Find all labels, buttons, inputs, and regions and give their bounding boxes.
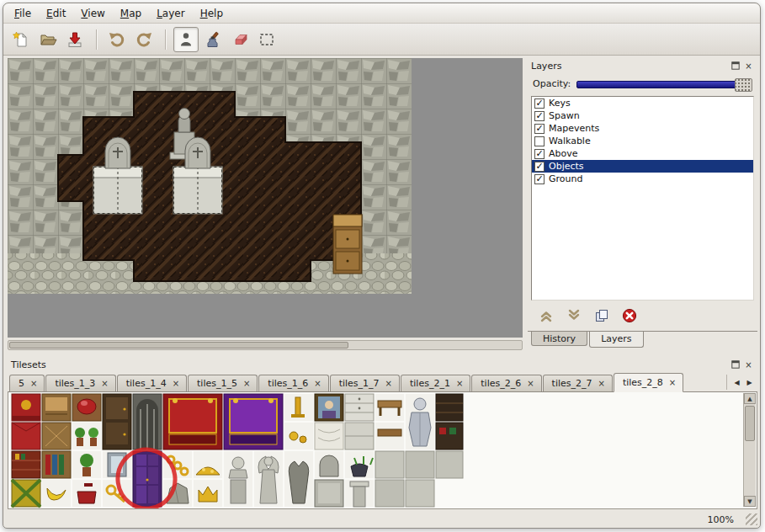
tile-cloth[interactable] (315, 423, 343, 450)
tile-potted-plants[interactable] (72, 423, 101, 450)
layer-row-spawn[interactable]: ✓Spawn (532, 109, 753, 122)
tile-vase[interactable] (345, 451, 374, 478)
layer-visibility-checkbox[interactable]: ✓ (534, 124, 545, 134)
fill-tool-button[interactable] (200, 27, 226, 52)
tab-close-icon[interactable]: × (527, 379, 534, 388)
tile-pillar[interactable] (345, 480, 374, 507)
tile-tomb-base[interactable] (315, 480, 343, 507)
tab-close-icon[interactable]: × (456, 379, 463, 388)
tileset-tab-5[interactable]: 5× (9, 375, 45, 391)
menu-help[interactable]: Help (193, 5, 231, 22)
tab-close-icon[interactable]: × (173, 379, 179, 388)
menu-view[interactable]: View (73, 5, 112, 22)
tileset-tab-tiles_1_5[interactable]: tiles_1_5× (188, 375, 258, 391)
tile-gargoyle[interactable] (284, 451, 313, 507)
scroll-tabs-left-icon[interactable]: ◀ (730, 375, 743, 390)
tile-dark-cabinet[interactable] (103, 394, 131, 450)
tile-gold-candlestick[interactable] (284, 394, 313, 421)
tile-red-cushion[interactable] (72, 394, 101, 421)
tile-red-banner[interactable] (12, 394, 40, 421)
scroll-tabs-right-icon[interactable]: ▶ (743, 375, 756, 390)
tile-angel-statue[interactable] (254, 451, 283, 507)
open-file-button[interactable] (35, 27, 61, 52)
tile-purple-door[interactable] (133, 451, 162, 507)
tab-close-icon[interactable]: × (243, 379, 250, 388)
layer-visibility-checkbox[interactable]: ✓ (534, 149, 545, 159)
new-file-button[interactable] (8, 27, 34, 52)
tile-stone-bust[interactable] (224, 451, 252, 507)
map-object-cabinet[interactable] (333, 215, 362, 274)
tile-red-bookshelf[interactable] (12, 451, 40, 478)
tileset-tab-tiles_1_3[interactable]: tiles_1_3× (45, 375, 115, 391)
tile-dark-shelf-2[interactable] (436, 423, 463, 450)
tileset-vertical-scrollbar[interactable]: ▲ ▼ (743, 393, 756, 507)
layer-visibility-checkbox[interactable] (534, 136, 545, 146)
layer-row-ground[interactable]: ✓Ground (532, 173, 753, 185)
save-button[interactable] (62, 27, 88, 52)
tile-portrait[interactable] (315, 394, 343, 421)
layer-row-objects[interactable]: ✓Objects (532, 160, 753, 173)
selection-tool-button[interactable] (254, 27, 279, 52)
tile-dark-shelf[interactable] (436, 394, 463, 421)
menu-file[interactable]: File (7, 5, 39, 22)
layer-visibility-checkbox[interactable]: ✓ (534, 162, 545, 172)
map-viewport[interactable] (8, 58, 523, 338)
delete-layer-button[interactable] (619, 306, 640, 326)
tile-white-dresser[interactable] (345, 394, 374, 421)
layer-row-walkable[interactable]: Walkable (532, 135, 753, 147)
opacity-slider-handle[interactable] (735, 78, 752, 92)
tile-wooden-bench-2[interactable] (375, 423, 404, 450)
layer-visibility-checkbox[interactable]: ✓ (534, 174, 545, 184)
raise-layer-button[interactable] (536, 306, 556, 326)
tab-close-icon[interactable]: × (669, 378, 676, 387)
tile-white-dresser-2[interactable] (345, 423, 374, 450)
tile-plant[interactable] (72, 451, 101, 478)
tile-red-pot[interactable] (72, 480, 101, 507)
tile-wooden-bench[interactable] (375, 394, 404, 421)
scroll-down-icon[interactable]: ▼ (744, 496, 756, 507)
layer-row-mapevents[interactable]: ✓Mapevents (532, 122, 753, 135)
float-panel-icon[interactable] (730, 61, 741, 72)
tile-red-throne[interactable] (163, 394, 222, 450)
scrollbar-thumb[interactable] (9, 342, 348, 348)
tileset-tab-tiles_1_4[interactable]: tiles_1_4× (117, 375, 187, 391)
scrollbar-thumb[interactable] (745, 406, 755, 441)
map-canvas[interactable] (8, 58, 523, 338)
tab-close-icon[interactable]: × (314, 379, 321, 388)
tile-gold-trinkets[interactable] (284, 423, 313, 450)
tileset-grid[interactable] (10, 392, 465, 508)
menu-layer[interactable]: Layer (149, 5, 192, 22)
tileset-tab-tiles_1_6[interactable]: tiles_1_6× (258, 375, 328, 391)
tab-close-icon[interactable]: × (101, 379, 108, 388)
tile-stone-floor[interactable] (436, 451, 463, 478)
tile-purple-throne[interactable] (224, 394, 283, 450)
duplicate-layer-button[interactable] (592, 306, 612, 326)
tile-tombstone[interactable] (315, 451, 343, 478)
tileset-tab-tiles_1_7[interactable]: tiles_1_7× (330, 375, 400, 391)
tile-iron-gate[interactable] (133, 394, 162, 450)
tile-yellow-banner[interactable] (12, 480, 40, 507)
tile-gold-crown[interactable] (194, 480, 222, 507)
opacity-slider[interactable] (576, 81, 752, 88)
undo-button[interactable] (104, 27, 130, 52)
float-panel-icon[interactable] (730, 359, 741, 370)
tile-loom-2[interactable] (42, 423, 71, 450)
tile-knight-armor[interactable] (406, 394, 434, 450)
tile-boulder[interactable] (163, 480, 192, 507)
lower-layer-button[interactable] (564, 306, 584, 326)
menu-map[interactable]: Map (113, 5, 149, 22)
redo-button[interactable] (131, 27, 157, 52)
tab-close-icon[interactable]: × (30, 379, 37, 388)
tile-red-banner-2[interactable] (12, 423, 40, 450)
tile-bananas[interactable] (42, 480, 71, 507)
map-horizontal-scrollbar[interactable] (8, 340, 523, 350)
tileset-tab-tiles_2_7[interactable]: tiles_2_7× (543, 375, 613, 391)
tab-close-icon[interactable]: × (385, 379, 392, 388)
layer-visibility-checkbox[interactable]: ✓ (534, 111, 545, 121)
resize-grip[interactable] (746, 513, 757, 525)
close-panel-icon[interactable]: × (743, 359, 754, 370)
panel-tab-history[interactable]: History (531, 332, 587, 346)
layer-row-above[interactable]: ✓Above (532, 147, 753, 160)
scroll-up-icon[interactable]: ▲ (744, 393, 756, 404)
tileset-tab-tiles_2_1[interactable]: tiles_2_1× (401, 375, 470, 391)
